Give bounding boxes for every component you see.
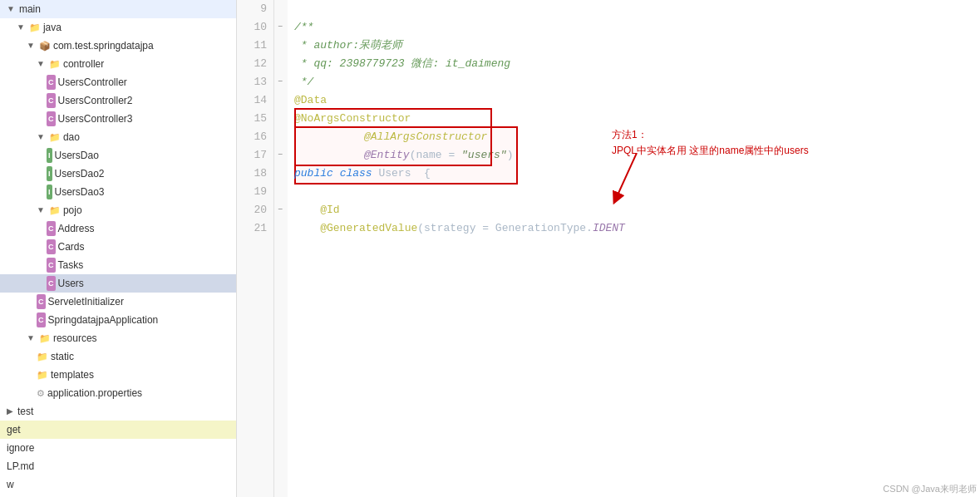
code-editor: 9 10 11 12 13 14 15 16 17 18 19 20 21 − …	[237, 0, 980, 497]
fold-9[interactable]	[274, 0, 286, 18]
sidebar-item-java[interactable]: 📁 java	[0, 18, 236, 37]
sidebar-item-dao[interactable]: 📁 dao	[0, 128, 236, 146]
code-token: public	[294, 165, 333, 183]
file-tree: main 📁 java 📦 com.test.springdatajpa 📁 c…	[0, 0, 237, 497]
sidebar-item-w[interactable]: w	[0, 475, 236, 494]
callout-arrow	[612, 153, 678, 211]
sidebar-item-package[interactable]: 📦 com.test.springdatajpa	[0, 37, 236, 55]
class-i-icon: I	[47, 148, 52, 163]
sidebar-item-static[interactable]: 📁 static	[0, 347, 236, 366]
fold-12[interactable]	[274, 55, 286, 73]
line-num-13: 13	[237, 73, 273, 91]
arrow-icon	[17, 20, 25, 35]
line-num-20: 20	[237, 201, 273, 219]
sidebar-item-ignore[interactable]: ignore	[0, 439, 236, 457]
sidebar-item-main[interactable]: main	[0, 0, 236, 18]
code-line-12: * qq: 2398779723 微信: it_daimeng	[288, 55, 980, 73]
line-num-17: 17	[237, 146, 273, 165]
sidebar-item-users[interactable]: C Users	[0, 274, 236, 293]
fold-20[interactable]: −	[274, 201, 286, 219]
sidebar-label: UsersController	[58, 75, 127, 90]
arrow-icon	[37, 203, 45, 218]
sidebar-label: ignore	[7, 440, 34, 455]
sidebar-label: get	[7, 422, 21, 437]
svg-line-0	[616, 153, 637, 199]
line-num-21: 21	[237, 219, 273, 238]
sidebar-item-userscontroller[interactable]: C UsersController	[0, 73, 236, 91]
fold-15[interactable]	[274, 110, 286, 128]
sidebar-label: templates	[51, 367, 94, 382]
sidebar-label: UsersController2	[58, 93, 133, 108]
sidebar-label: UsersDao2	[55, 166, 105, 181]
sidebar-label: w	[7, 477, 14, 492]
class-c-icon: C	[47, 239, 56, 254]
class-c-icon: C	[37, 312, 46, 327]
sidebar-item-application-properties[interactable]: ⚙ application.properties	[0, 384, 236, 402]
sidebar-label: controller	[63, 57, 104, 71]
class-c-icon: C	[47, 221, 56, 236]
code-token: * author:呆萌老师	[294, 37, 402, 55]
sidebar-item-usersdao2[interactable]: I UsersDao2	[0, 165, 236, 183]
sidebar-item-lpmd[interactable]: LP.md	[0, 457, 236, 475]
class-c-icon: C	[47, 111, 56, 126]
fold-18[interactable]	[274, 165, 286, 183]
sidebar-item-usersdao3[interactable]: I UsersDao3	[0, 183, 236, 201]
fold-14[interactable]	[274, 91, 286, 110]
sidebar-label: Tasks	[58, 258, 84, 273]
sidebar-label: com.test.springdatajpa	[53, 38, 154, 53]
fold-13[interactable]: −	[274, 73, 286, 91]
fold-21[interactable]	[274, 219, 286, 238]
sidebar-label: UsersDao3	[55, 185, 105, 199]
class-i-icon: I	[47, 166, 52, 181]
sidebar-label: Users	[58, 276, 84, 291]
sidebar-label: pojo	[63, 203, 82, 218]
arrow-icon	[27, 331, 35, 346]
arrow-icon	[37, 130, 45, 145]
code-token: (strategy = GenerationType.	[417, 219, 593, 238]
sidebar-item-controller[interactable]: 📁 controller	[0, 55, 236, 73]
sidebar-item-resources[interactable]: 📁 resources	[0, 329, 236, 347]
code-token: * qq: 2398779723 微信: it_daimeng	[294, 55, 510, 73]
fold-11[interactable]	[274, 37, 286, 55]
code-token: @Id	[320, 201, 339, 219]
fold-gutter: − − − −	[274, 0, 288, 497]
sidebar-item-usersdao[interactable]: I UsersDao	[0, 146, 236, 165]
sidebar-item-pojo[interactable]: 📁 pojo	[0, 201, 236, 219]
sidebar-label: UsersController3	[58, 111, 133, 126]
class-c-icon: C	[37, 294, 46, 309]
sidebar-item-tasks[interactable]: C Tasks	[0, 256, 236, 274]
sidebar-label: resources	[53, 331, 97, 346]
code-content[interactable]: /** * author:呆萌老师 * qq: 2398779723 微信: i…	[288, 0, 980, 497]
fold-16[interactable]	[274, 128, 286, 146]
code-token: )	[507, 149, 514, 161]
code-token	[333, 165, 340, 183]
line-num-9: 9	[237, 0, 273, 18]
sidebar-item-userscontroller2[interactable]: C UsersController2	[0, 91, 236, 110]
line-num-10: 10	[237, 18, 273, 37]
sidebar-label: Cards	[58, 239, 85, 254]
sidebar-item-cards[interactable]: C Cards	[0, 238, 236, 256]
arrow-icon	[37, 57, 45, 71]
sidebar-item-userscontroller3[interactable]: C UsersController3	[0, 110, 236, 128]
sidebar-item-templates[interactable]: 📁 templates	[0, 366, 236, 384]
class-c-icon: C	[47, 75, 56, 90]
fold-19[interactable]	[274, 183, 286, 201]
folder-icon: 📁	[39, 331, 51, 346]
sidebar-item-servletinitializer[interactable]: C ServeletInitializer	[0, 293, 236, 311]
code-line-13: */	[288, 73, 980, 91]
sidebar-label: SpringdatajpaApplication	[48, 312, 159, 327]
sidebar-item-test[interactable]: test	[0, 402, 236, 421]
code-token	[294, 201, 320, 219]
sidebar-label: Address	[58, 221, 95, 236]
fold-17[interactable]: −	[274, 146, 286, 165]
sidebar-label: static	[51, 349, 74, 364]
sidebar-item-get[interactable]: get	[0, 421, 236, 439]
folder-icon: 📁	[37, 367, 48, 382]
fold-10[interactable]: −	[274, 18, 286, 37]
code-token: /**	[294, 18, 313, 37]
sidebar-item-springdatajpaapplication[interactable]: C SpringdatajpaApplication	[0, 311, 236, 329]
sidebar-item-address[interactable]: C Address	[0, 219, 236, 238]
sidebar-label: test	[17, 404, 33, 419]
sidebar-label: LP.md	[7, 459, 34, 474]
code-token: IDENT	[593, 219, 625, 238]
